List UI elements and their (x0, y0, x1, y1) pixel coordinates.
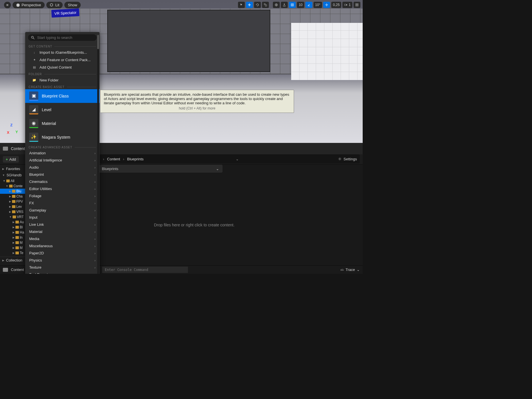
chevron-down-icon[interactable]: ⌄ (236, 157, 239, 161)
advanced-item-media[interactable]: Media› (25, 235, 100, 242)
rotate-tool-button[interactable] (254, 2, 261, 8)
material-item[interactable]: ◉ Material (25, 117, 100, 130)
import-icon: ↓ (32, 50, 37, 55)
tree-item[interactable]: ▶FPV (0, 199, 26, 204)
svg-rect-6 (357, 4, 358, 5)
axis-x: X (7, 130, 9, 135)
niagara-item[interactable]: ✨ Niagara System (25, 130, 100, 144)
section-create-advanced: CREATE ADVANCED ASSET (25, 144, 100, 149)
viewport-layout-button[interactable] (354, 2, 360, 8)
advanced-item-editor-utilities[interactable]: Editor Utilities› (25, 185, 100, 192)
favorites-section[interactable]: ▶Favorites (0, 166, 26, 172)
advanced-item-live-link[interactable]: Live Link› (25, 221, 100, 228)
globe-icon-button[interactable] (273, 2, 280, 8)
add-feature-item[interactable]: ✦Add Feature or Content Pack... (25, 56, 100, 63)
breadcrumb-content[interactable]: Content (107, 157, 120, 161)
import-item[interactable]: ↓Import to /Game/Blueprints... (25, 49, 100, 56)
advanced-item-material[interactable]: Material› (25, 228, 100, 235)
chevron-right-icon: › (94, 252, 96, 255)
blueprint-class-item[interactable]: ▣ Blueprint Class (25, 89, 100, 103)
show-button[interactable]: Show (64, 2, 81, 8)
tree-item[interactable]: ▶Cha (0, 194, 26, 199)
tree-item[interactable]: ▶M (0, 245, 26, 250)
advanced-item-texture[interactable]: Texture› (25, 264, 100, 271)
tree-item[interactable]: ▶Au (0, 220, 26, 225)
tree-item[interactable]: ▶VRS (0, 209, 26, 214)
tree-all[interactable]: ▼All (0, 178, 26, 183)
scale-tool-button[interactable] (262, 2, 269, 8)
advanced-item-gameplay[interactable]: Gameplay› (25, 207, 100, 214)
chevron-right-icon: › (94, 230, 96, 234)
perspective-button[interactable]: Perspective (13, 2, 45, 8)
add-asset-context-menu: GET CONTENT ↓Import to /Game/Blueprints.… (25, 32, 100, 274)
tree-item[interactable]: ▶Bl (0, 225, 26, 230)
tree-item[interactable]: ▼VRT (0, 214, 26, 220)
level-item[interactable]: ◢ Level (25, 103, 100, 117)
lit-button[interactable]: Lit (46, 2, 63, 8)
grid-snap-button[interactable] (289, 2, 296, 8)
scrollbar-thumb[interactable] (97, 35, 99, 49)
perspective-label: Perspective (22, 3, 41, 7)
lit-label: Lit (55, 3, 59, 7)
tree-item[interactable]: ▶Ha (0, 230, 26, 235)
angle-snap-button[interactable] (305, 2, 312, 8)
chevron-right-icon: › (94, 237, 96, 241)
new-folder-item[interactable]: 📁New Folder (25, 76, 100, 84)
chevron-right-icon: › (94, 180, 96, 183)
svg-rect-8 (357, 5, 358, 6)
context-menu-scrollbar[interactable] (97, 35, 99, 274)
tree-item[interactable]: ▶M (0, 240, 26, 245)
advanced-item-tool-presets[interactable]: Tool Presets› (25, 271, 100, 274)
tree-item[interactable]: ▶In (0, 235, 26, 240)
advanced-item-fx[interactable]: FX› (25, 200, 100, 207)
add-button[interactable]: + Add (3, 156, 19, 163)
viewport-toolbar-right: 10 10° 0,25 1 (238, 2, 360, 8)
move-tool-button[interactable] (246, 2, 253, 8)
scale-snap-value[interactable]: 0,25 (331, 2, 341, 8)
tree-item[interactable]: ▶Blu (0, 189, 26, 194)
surface-snap-button[interactable] (281, 2, 288, 8)
advanced-item-audio[interactable]: Audio› (25, 164, 100, 171)
tree-item[interactable]: ▶Lev (0, 204, 26, 209)
tree-item[interactable]: ▶Te (0, 250, 26, 256)
camera-speed-button[interactable]: 1 (342, 2, 352, 8)
advanced-item-input[interactable]: Input› (25, 214, 100, 221)
scale-snap-button[interactable] (323, 2, 330, 8)
viewport-geometry (107, 10, 270, 72)
advanced-item-blueprint[interactable]: Blueprint› (25, 171, 100, 178)
content-drawer-icon (3, 268, 8, 272)
niagara-icon: ✨ (29, 133, 38, 142)
chevron-right-icon: › (94, 223, 96, 226)
breadcrumb-blueprints[interactable]: Blueprints (127, 157, 144, 161)
tree-content[interactable]: ▼Conte (0, 183, 26, 189)
select-tool-button[interactable] (238, 2, 245, 8)
chevron-right-icon: › (94, 151, 96, 155)
svg-point-0 (50, 3, 53, 6)
advanced-item-animation[interactable]: Animation› (25, 149, 100, 157)
gear-icon (338, 157, 342, 161)
blueprint-icon: ▣ (29, 91, 38, 101)
package-icon: ✦ (32, 57, 37, 62)
cube-icon (16, 3, 20, 7)
console-command-input[interactable] (102, 267, 188, 273)
context-menu-search[interactable] (28, 34, 97, 41)
advanced-item-paper2d[interactable]: Paper2D› (25, 250, 100, 257)
advanced-item-physics[interactable]: Physics› (25, 257, 100, 264)
context-search-input[interactable] (37, 35, 94, 40)
advanced-item-miscellaneous[interactable]: Miscellaneous› (25, 242, 100, 250)
add-quixel-item[interactable]: ▤Add Quixel Content (25, 63, 100, 71)
viewport-menu-button[interactable]: ≡ (4, 2, 11, 8)
viewport-toolbar-left: ≡ Perspective Lit Show (4, 2, 81, 8)
svg-rect-2 (265, 5, 267, 6)
plus-icon: + (6, 157, 8, 161)
advanced-item-artificial-intelligence[interactable]: Artificial Intelligence› (25, 157, 100, 164)
grid-snap-value[interactable]: 10 (297, 2, 304, 8)
settings-button[interactable]: Settings (338, 157, 357, 161)
filter-bar[interactable]: Blueprints ⌄ (98, 165, 223, 173)
trace-button[interactable]: Trace ⌄ (340, 268, 360, 272)
angle-snap-value[interactable]: 10° (313, 2, 322, 8)
advanced-item-foliage[interactable]: Foliage› (25, 192, 100, 200)
project-section[interactable]: ▼SGHandb (0, 172, 26, 178)
advanced-item-cinematics[interactable]: Cinematics› (25, 178, 100, 185)
collections-section[interactable]: ▶Collection (0, 257, 26, 264)
